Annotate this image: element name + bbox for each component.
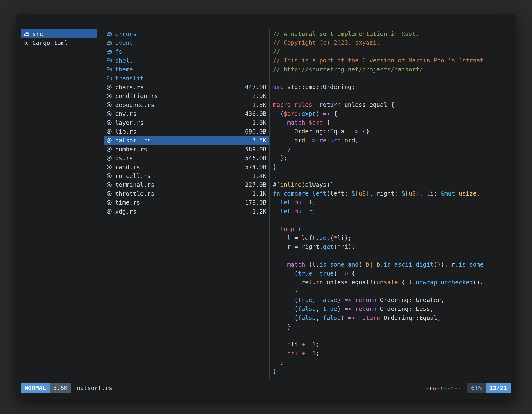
svg-text:R: R	[108, 95, 110, 98]
file-row[interactable]: Rro_cell.rs1.4K	[104, 171, 269, 180]
file-name: condition.rs	[115, 92, 158, 99]
dir-row[interactable]: event	[104, 38, 269, 47]
code-line: return_unless_equal!(unsafe { l.unwrap_u…	[273, 278, 511, 287]
svg-text:R: R	[108, 192, 110, 195]
dir-row[interactable]: errors	[104, 29, 269, 38]
svg-text:R: R	[108, 112, 110, 115]
code-line	[273, 331, 511, 340]
file-size: 1.1K	[252, 190, 266, 197]
file-row[interactable]: Rnumber.rs589.0B	[104, 145, 269, 154]
code-line	[273, 74, 511, 83]
permissions-text: -rw-r--r--	[426, 383, 461, 393]
file-row[interactable]: Rrand.rs574.0B	[104, 163, 269, 171]
file-row[interactable]: Rterminal.rs227.0B	[104, 180, 269, 189]
file-size: 546.0B	[245, 155, 266, 162]
yazi-window: srcCargo.toml errorseventfsshellthemetra…	[16, 14, 516, 399]
file-size-badge: 3.5K	[50, 383, 71, 393]
file-row[interactable]: Renv.rs436.0B	[104, 109, 269, 118]
file-name: env.rs	[115, 110, 137, 117]
file-name: translit	[115, 75, 144, 82]
file-size: 1.0K	[252, 119, 266, 126]
dir-row[interactable]: theme	[104, 65, 269, 74]
status-bar: NORMAL 3.5K natsort.rs -rw-r--r-- 61% 13…	[21, 383, 511, 393]
rust-icon: R	[106, 93, 113, 99]
svg-text:R: R	[108, 156, 110, 160]
file-row[interactable]: Rxdg.rs1.2K	[104, 207, 269, 216]
rust-icon: R	[106, 173, 113, 179]
rust-icon: R	[106, 182, 113, 188]
code-line: // A natural sort implementation in Rust…	[273, 29, 511, 38]
folder-icon	[106, 31, 113, 37]
code-line: l = left.get(*li);	[273, 234, 511, 242]
dir-row[interactable]: shell	[104, 56, 269, 65]
code-line: loop {	[273, 225, 511, 234]
file-name: layer.rs	[115, 119, 144, 126]
code-line: match $ord {	[273, 118, 511, 127]
file-preview-pane: // A natural sort implementation in Rust…	[269, 29, 511, 380]
file-name: terminal.rs	[115, 181, 154, 188]
code-line: }	[273, 287, 511, 296]
rust-icon: R	[106, 191, 113, 196]
folder-icon	[106, 76, 113, 81]
file-row[interactable]: Rnatsort.rs3.5K	[104, 136, 269, 145]
dir-row[interactable]: translit	[104, 74, 269, 83]
code-line: }	[273, 358, 511, 366]
file-size: 2.9K	[252, 92, 266, 99]
current-directory-pane: errorseventfsshellthemetranslitRchars.rs…	[104, 29, 269, 380]
svg-text:R: R	[108, 174, 110, 178]
folder-icon	[106, 49, 113, 54]
code-line: // Copyright (c) 2023, sxyazi.	[273, 38, 511, 47]
file-row[interactable]: Cargo.toml	[21, 38, 96, 47]
file-size: 178.0B	[245, 199, 266, 206]
svg-text:R: R	[108, 210, 110, 213]
code-line: };	[273, 154, 511, 163]
rust-icon: R	[106, 200, 113, 205]
code-line: }	[273, 367, 511, 375]
svg-text:R: R	[108, 103, 110, 106]
file-row[interactable]: Rdebounce.rs1.3K	[104, 100, 269, 109]
file-size: 447.0B	[245, 84, 266, 91]
code-line: *ri += 1;	[273, 349, 511, 358]
svg-text:R: R	[108, 86, 110, 89]
code-line: }	[273, 322, 511, 331]
svg-text:R: R	[108, 148, 110, 151]
file-size: 690.0B	[245, 128, 266, 135]
file-row[interactable]: Rthrottle.rs1.1K	[104, 189, 269, 198]
code-line: fn compare_left(left: &[u8], right: &[u8…	[273, 189, 511, 198]
code-line: Ordering::Equal => {}	[273, 127, 511, 136]
svg-text:R: R	[108, 201, 110, 204]
rust-icon: R	[106, 102, 113, 108]
cursor-position-badge: 13/21	[485, 383, 511, 393]
file-row[interactable]: Rlib.rs690.0B	[104, 127, 269, 136]
file-size: 1.3K	[252, 101, 266, 108]
file-row[interactable]: Rlayer.rs1.0K	[104, 118, 269, 127]
scroll-percent-badge: 61%	[467, 383, 485, 393]
file-row[interactable]: Rtime.rs178.0B	[104, 198, 269, 207]
file-size: 436.0B	[245, 110, 266, 117]
file-name: theme	[115, 66, 133, 73]
code-line: ord => return ord,	[273, 136, 511, 145]
code-line: let mut r;	[273, 207, 511, 216]
code-line: *li += 1;	[273, 340, 511, 349]
file-size: 227.0B	[245, 181, 266, 188]
file-row[interactable]: Rchars.rs447.0B	[104, 83, 269, 91]
svg-text:R: R	[108, 183, 110, 187]
file-size: 574.0B	[245, 164, 266, 171]
code-line: //	[273, 47, 511, 56]
rust-icon: R	[106, 111, 113, 116]
rust-icon: R	[106, 138, 113, 143]
folder-icon	[23, 31, 30, 37]
dir-row[interactable]: src	[21, 29, 96, 38]
file-name: fs	[115, 48, 122, 55]
file-row[interactable]: Rcondition.rs2.9K	[104, 92, 269, 100]
file-name: ro_cell.rs	[115, 173, 151, 179]
file-name: number.rs	[115, 146, 147, 153]
dir-row[interactable]: fs	[104, 47, 269, 56]
file-name: Cargo.toml	[32, 39, 68, 46]
status-spacer	[112, 383, 426, 393]
code-line: use std::cmp::Ordering;	[273, 83, 511, 91]
rust-icon: R	[106, 129, 113, 134]
code-line: }	[273, 145, 511, 154]
file-row[interactable]: Ros.rs546.0B	[104, 154, 269, 163]
code-line: (false, false) => return Ordering::Equal…	[273, 314, 511, 322]
